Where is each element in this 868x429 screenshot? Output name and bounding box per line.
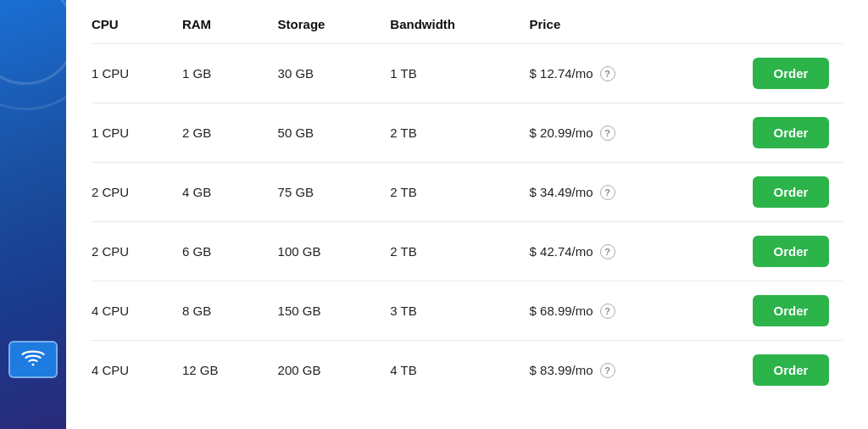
help-icon[interactable]: ?	[600, 304, 615, 319]
cell-storage: 50 GB	[264, 103, 377, 163]
price-value: $ 42.74/mo	[530, 244, 593, 259]
help-icon[interactable]: ?	[600, 363, 615, 378]
order-button[interactable]: Order	[753, 176, 829, 208]
table-row: 1 CPU1 GB30 GB1 TB$ 12.74/mo?Order	[92, 44, 843, 103]
cell-ram: 1 GB	[169, 44, 264, 103]
cell-price: $ 12.74/mo?	[516, 44, 687, 103]
cell-cpu: 2 CPU	[92, 222, 169, 281]
cell-bandwidth: 2 TB	[376, 222, 515, 281]
cell-ram: 8 GB	[169, 281, 264, 341]
cell-storage: 200 GB	[264, 341, 377, 400]
main-content: CPU RAM Storage Bandwidth Price 1 CPU1 G…	[66, 0, 868, 429]
cell-cpu: 4 CPU	[92, 281, 169, 341]
price-value: $ 20.99/mo	[530, 125, 593, 140]
price-value: $ 68.99/mo	[530, 304, 593, 318]
table-row: 1 CPU2 GB50 GB2 TB$ 20.99/mo?Order	[92, 103, 843, 163]
cell-price: $ 20.99/mo?	[516, 103, 687, 163]
cell-action: Order	[687, 341, 843, 400]
order-button[interactable]: Order	[753, 236, 829, 267]
cell-ram: 4 GB	[169, 163, 264, 222]
cell-price: $ 83.99/mo?	[516, 341, 687, 400]
help-icon[interactable]: ?	[600, 244, 615, 259]
cell-cpu: 2 CPU	[92, 163, 169, 222]
cell-action: Order	[687, 281, 843, 341]
cell-storage: 30 GB	[264, 44, 377, 103]
cell-action: Order	[687, 163, 843, 222]
cell-bandwidth: 4 TB	[376, 341, 515, 400]
cell-action: Order	[687, 44, 843, 103]
order-button[interactable]: Order	[753, 117, 829, 148]
cell-price: $ 68.99/mo?	[516, 281, 687, 341]
sidebar-device-icon	[8, 341, 58, 378]
help-icon[interactable]: ?	[600, 66, 615, 81]
order-button[interactable]: Order	[753, 354, 829, 386]
wifi-icon	[21, 350, 45, 369]
header-ram: RAM	[169, 17, 264, 44]
help-icon[interactable]: ?	[600, 125, 615, 141]
price-value: $ 12.74/mo	[530, 66, 593, 81]
header-price: Price	[516, 17, 687, 44]
table-row: 2 CPU4 GB75 GB2 TB$ 34.49/mo?Order	[92, 163, 843, 222]
table-row: 4 CPU8 GB150 GB3 TB$ 68.99/mo?Order	[92, 281, 843, 341]
cell-bandwidth: 2 TB	[376, 163, 515, 222]
cell-action: Order	[687, 103, 843, 163]
pricing-table: CPU RAM Storage Bandwidth Price 1 CPU1 G…	[92, 17, 843, 399]
cell-ram: 12 GB	[169, 341, 264, 400]
help-icon[interactable]: ?	[600, 185, 615, 200]
cell-bandwidth: 2 TB	[376, 103, 515, 163]
cell-ram: 2 GB	[169, 103, 264, 163]
table-row: 4 CPU12 GB200 GB4 TB$ 83.99/mo?Order	[92, 341, 843, 400]
cell-storage: 75 GB	[264, 163, 377, 222]
header-storage: Storage	[264, 17, 377, 44]
sidebar-arc2-decoration	[0, 0, 66, 110]
cell-cpu: 4 CPU	[92, 341, 169, 400]
header-cpu: CPU	[92, 17, 169, 44]
cell-price: $ 42.74/mo?	[516, 222, 687, 281]
cell-storage: 150 GB	[264, 281, 377, 341]
cell-ram: 6 GB	[169, 222, 264, 281]
cell-bandwidth: 3 TB	[376, 281, 515, 341]
cell-storage: 100 GB	[264, 222, 377, 281]
order-button[interactable]: Order	[753, 295, 829, 326]
cell-price: $ 34.49/mo?	[516, 163, 687, 222]
cell-cpu: 1 CPU	[92, 44, 169, 103]
price-value: $ 34.49/mo	[530, 185, 593, 199]
cell-cpu: 1 CPU	[92, 103, 169, 163]
sidebar	[0, 0, 66, 429]
cell-action: Order	[687, 222, 843, 281]
table-row: 2 CPU6 GB100 GB2 TB$ 42.74/mo?Order	[92, 222, 843, 281]
cell-bandwidth: 1 TB	[376, 44, 515, 103]
header-bandwidth: Bandwidth	[376, 17, 515, 44]
price-value: $ 83.99/mo	[530, 363, 593, 377]
header-action	[687, 17, 843, 44]
order-button[interactable]: Order	[753, 58, 829, 89]
